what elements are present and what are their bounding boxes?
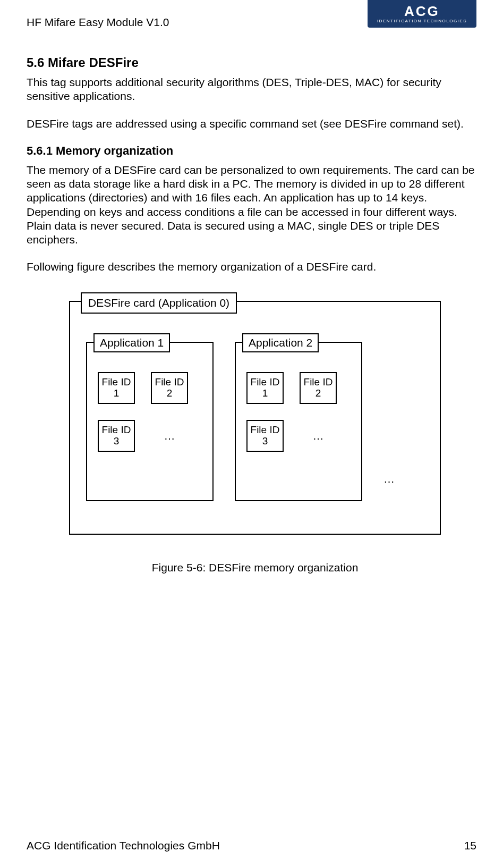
page-header: HF Mifare Easy Module V1.0 ACG IDENTIFIC… — [27, 16, 476, 29]
page: HF Mifare Easy Module V1.0 ACG IDENTIFIC… — [0, 0, 503, 868]
application-label: Application 2 — [242, 333, 319, 352]
application-box: Application 2 File ID 1 File ID 2 File I… — [235, 342, 362, 501]
file-box: File ID 3 — [98, 420, 135, 452]
file-box: File ID 2 — [300, 372, 337, 404]
logo-text: ACG — [377, 3, 467, 20]
logo-tagline: IDENTIFICATION TECHNOLOGIES — [377, 19, 467, 23]
file-box: File ID 3 — [246, 420, 284, 452]
file-box: File ID 2 — [151, 372, 188, 404]
ellipsis: … — [151, 420, 188, 452]
footer-company: ACG Identification Technologies GmbH — [27, 839, 220, 852]
paragraph: The memory of a DESFire card can be pers… — [27, 163, 476, 247]
ellipsis: … — [300, 420, 337, 452]
logo-badge: ACG IDENTIFICATION TECHNOLOGIES — [368, 0, 476, 28]
figure: DESFire card (Application 0) Application… — [69, 301, 476, 535]
file-box: File ID 1 — [246, 372, 284, 404]
files-grid: File ID 1 File ID 2 File ID 3 … — [98, 372, 204, 452]
figure-caption: Figure 5-6: DESFire memory organization — [69, 561, 441, 574]
application-label: Application 1 — [93, 333, 170, 352]
paragraph: DESFire tags are addressed using a speci… — [27, 117, 476, 131]
file-box: File ID 1 — [98, 372, 135, 404]
card-label: DESFire card (Application 0) — [81, 292, 237, 314]
desfire-card-box: DESFire card (Application 0) Application… — [69, 301, 441, 535]
paragraph: Following figure describes the memory or… — [27, 260, 476, 274]
section-heading: 5.6 Mifare DESFire — [27, 55, 476, 70]
page-number: 15 — [464, 839, 476, 852]
ellipsis: … — [383, 473, 395, 501]
applications-row: Application 1 File ID 1 File ID 2 File I… — [86, 342, 395, 501]
page-footer: ACG Identification Technologies GmbH 15 — [27, 839, 476, 852]
subsection-heading: 5.6.1 Memory organization — [27, 144, 476, 158]
application-box: Application 1 File ID 1 File ID 2 File I… — [86, 342, 214, 501]
files-grid: File ID 1 File ID 2 File ID 3 … — [246, 372, 353, 452]
paragraph: This tag supports additional security al… — [27, 75, 476, 104]
document-title: HF Mifare Easy Module V1.0 — [27, 16, 169, 29]
